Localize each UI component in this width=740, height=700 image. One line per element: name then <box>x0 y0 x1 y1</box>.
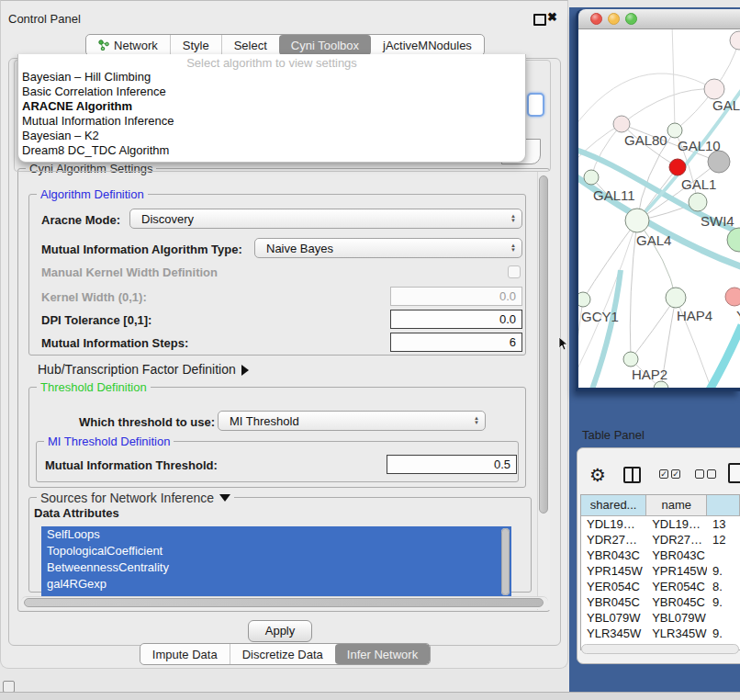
settings-hscrollbar[interactable] <box>21 596 548 609</box>
gear-icon[interactable]: ⚙ <box>589 464 606 486</box>
float-window-icon[interactable] <box>533 14 546 26</box>
attribute-item[interactable]: SelfLoops <box>41 526 511 543</box>
aracne-mode-label: Aracne Mode: <box>41 213 120 227</box>
hub-definition-toggle[interactable]: Hub/Transcription Factor Definition <box>38 362 249 377</box>
network-node[interactable] <box>666 288 686 308</box>
network-edge <box>672 29 675 130</box>
network-node[interactable] <box>689 193 707 211</box>
kernel-width-field[interactable]: 0.0 <box>390 287 522 306</box>
algorithm-dropdown-placeholder: Select algorithm to view settings <box>18 54 525 70</box>
network-node[interactable] <box>613 116 630 132</box>
algorithm-option[interactable]: Dream8 DC_TDC Algorithm <box>18 143 525 158</box>
algorithm-option[interactable]: Mutual Information Inference <box>18 114 525 129</box>
tab-label: jActiveMNodules <box>383 39 472 52</box>
mi-algorithm-type-combo[interactable]: Naive Bayes ▲▼ <box>254 238 522 258</box>
table-row[interactable]: YDL19…YDL19…13 <box>581 516 740 532</box>
column-header[interactable]: shared... <box>581 495 646 515</box>
tab-network[interactable]: Network <box>86 35 170 55</box>
minimize-light[interactable] <box>608 13 620 25</box>
algorithm-option[interactable]: Bayesian – K2 <box>18 129 525 143</box>
manual-kernel-checkbox[interactable] <box>508 265 521 278</box>
algorithm-option[interactable]: ARACNE Algorithm <box>18 99 525 114</box>
tab-cyni-toolbox[interactable]: Cyni Toolbox <box>279 35 371 55</box>
node-label: HAP4 <box>677 308 712 323</box>
table-hscrollbar[interactable] <box>581 644 739 654</box>
node-label: GAL80 <box>624 132 667 148</box>
apply-button[interactable]: Apply <box>248 620 312 642</box>
sources-group-title[interactable]: Sources for Network Inference <box>37 491 234 505</box>
table-cell: YDL19… <box>581 516 646 532</box>
tab-label: Select <box>234 39 267 52</box>
algorithm-dropdown-list: Select algorithm to view settings Bayesi… <box>17 54 526 163</box>
bottom-tab-infer-network[interactable]: Infer Network <box>335 644 430 664</box>
network-node[interactable] <box>654 381 668 388</box>
table-cell: YER054C <box>646 579 707 594</box>
table-cell: YDL19… <box>646 516 707 532</box>
network-node[interactable] <box>669 159 686 175</box>
mi-threshold-field[interactable]: 0.5 <box>387 455 517 474</box>
select-all-icon[interactable]: ✓✓ <box>659 469 680 479</box>
tab-select[interactable]: Select <box>221 35 279 55</box>
kernel-width-label: Kernel Width (0,1): <box>41 290 147 304</box>
mi-threshold-group-title: MI Threshold Definition <box>44 435 174 448</box>
network-canvas[interactable]: GALGAL80GAL10GAL1GAL11SWI4GAL4GCY1HAP4YH… <box>578 29 740 388</box>
table-cell: YBR043C <box>581 548 646 563</box>
attribute-item[interactable]: TopologicalCoefficient <box>41 543 511 559</box>
table-row[interactable]: YLR345WYLR345W9. <box>581 626 740 641</box>
document-icon[interactable] <box>728 463 740 483</box>
table-row[interactable]: YPR145WYPR145W9. <box>581 563 740 579</box>
network-node[interactable] <box>623 352 638 367</box>
tab-style[interactable]: Style <box>170 35 221 55</box>
zoom-light[interactable] <box>625 13 637 25</box>
mi-steps-label: Mutual Information Steps: <box>41 336 188 350</box>
table-row[interactable]: YER054CYER054C8. <box>581 579 740 594</box>
focused-control-remnant <box>527 93 544 117</box>
table-cell: YBL079W <box>581 610 646 626</box>
attributes-scrollbar[interactable] <box>501 528 510 595</box>
network-node[interactable] <box>667 123 682 138</box>
column-header[interactable]: name <box>646 495 707 515</box>
mi-steps-field[interactable]: 6 <box>390 333 522 352</box>
network-node[interactable] <box>625 209 649 232</box>
table-panel-title: Table Panel <box>582 428 645 442</box>
close-icon[interactable]: ✖ <box>547 10 557 24</box>
which-threshold-combo[interactable]: MI Threshold ▲▼ <box>218 411 486 431</box>
table-row[interactable]: YBL079WYBL079W <box>581 610 740 626</box>
control-panel: Control Panel ✖ NetworkStyleSelectCyni T… <box>0 0 568 669</box>
table-row[interactable]: YBR043CYBR043C <box>581 548 740 563</box>
manual-kernel-label: Manual Kernel Width Definition <box>41 265 218 279</box>
aracne-mode-combo[interactable]: Discovery ▲▼ <box>129 209 522 229</box>
attribute-item[interactable]: BetweennessCentrality <box>41 559 511 576</box>
column-header[interactable] <box>707 495 740 515</box>
algorithm-option[interactable]: Basic Correlation Inference <box>18 85 525 99</box>
table-row[interactable]: YDR27…YDR27…12 <box>581 532 740 548</box>
screen: Control Panel ✖ NetworkStyleSelectCyni T… <box>0 0 740 700</box>
table-cell: 9. <box>707 563 740 579</box>
network-node[interactable] <box>730 31 740 50</box>
table-cell: 9. <box>707 594 740 610</box>
bottom-tab-discretize-data[interactable]: Discretize Data <box>230 644 335 664</box>
dpi-tolerance-field[interactable]: 0.0 <box>390 310 522 329</box>
network-window-titlebar[interactable] <box>578 9 740 29</box>
table-row[interactable]: YBR045CYBR045C9. <box>581 594 740 610</box>
network-node[interactable] <box>704 79 724 99</box>
network-node[interactable] <box>708 151 730 173</box>
settings-vscroll-thumb[interactable] <box>539 175 548 514</box>
bottom-tab-impute-data[interactable]: Impute Data <box>140 644 230 664</box>
settings-hscroll-thumb[interactable] <box>24 598 544 607</box>
network-node[interactable] <box>725 288 740 306</box>
bottom-tab-label: Infer Network <box>347 648 418 661</box>
network-node[interactable] <box>578 292 590 307</box>
columns-icon[interactable] <box>623 467 641 483</box>
close-light[interactable] <box>590 13 602 25</box>
settings-vscrollbar[interactable] <box>537 171 550 610</box>
network-node[interactable] <box>584 170 599 185</box>
algorithm-option[interactable]: Bayesian – Hill Climbing <box>18 70 525 85</box>
spinner-icon: ▲▼ <box>505 243 521 253</box>
deselect-all-icon[interactable] <box>695 469 716 479</box>
tab-label: Network <box>114 39 158 52</box>
attribute-item[interactable]: gal4RGexp <box>41 576 511 593</box>
tab-jactivemnodules[interactable]: jActiveMNodules <box>371 35 484 55</box>
table-cell: YPR145W <box>646 563 707 579</box>
network-node[interactable] <box>727 228 740 252</box>
